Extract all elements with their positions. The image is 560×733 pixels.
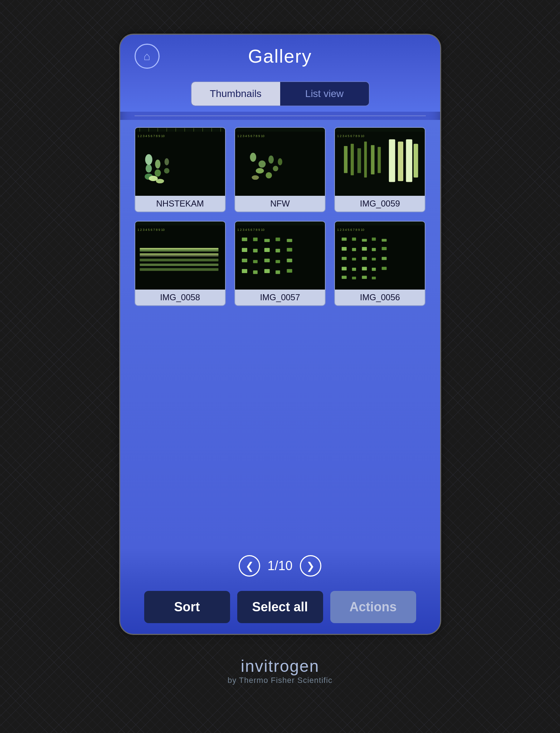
actions-button[interactable]: Actions — [330, 591, 416, 623]
svg-point-14 — [145, 165, 152, 173]
svg-rect-39 — [414, 144, 418, 178]
gallery-item-6[interactable]: 1 2 3 4 5 6 7 8 9 10 — [334, 221, 425, 306]
svg-rect-55 — [140, 253, 218, 255]
svg-rect-40 — [344, 146, 347, 173]
svg-rect-41 — [351, 144, 354, 175]
svg-rect-103 — [352, 277, 356, 280]
view-toggle-area: Thumbnails List view — [120, 74, 440, 112]
svg-rect-90 — [372, 248, 376, 251]
prev-page-button[interactable]: ❮ — [239, 555, 260, 577]
list-view-tab[interactable]: List view — [280, 82, 369, 106]
svg-rect-65 — [253, 249, 258, 252]
svg-rect-69 — [242, 259, 247, 262]
svg-rect-94 — [362, 257, 367, 260]
svg-rect-102 — [342, 276, 347, 279]
svg-rect-79 — [335, 222, 425, 289]
svg-rect-80 — [335, 222, 425, 225]
svg-rect-52 — [140, 264, 218, 266]
item-label-6: IMG_0056 — [335, 290, 425, 305]
svg-point-29 — [266, 172, 272, 179]
prev-icon: ❮ — [245, 560, 254, 572]
gallery-item-1[interactable]: 1 2 3 4 5 6 7 8 9 10 — [135, 127, 226, 212]
svg-rect-56 — [235, 222, 325, 289]
gel-image-2: 1 2 3 4 5 6 7 8 9 10 — [235, 128, 325, 196]
page-title: Gallery — [248, 45, 312, 67]
next-icon: ❯ — [306, 560, 315, 572]
svg-rect-37 — [398, 141, 403, 181]
svg-rect-88 — [352, 248, 356, 251]
svg-rect-82 — [342, 238, 347, 241]
svg-rect-99 — [362, 267, 367, 270]
pagination: ❮ 1/10 ❯ — [120, 548, 440, 584]
svg-rect-59 — [242, 238, 247, 241]
svg-rect-47 — [135, 222, 225, 225]
gallery-item-4[interactable]: 1 2 3 4 5 6 7 8 9 10 IMG_0058 — [135, 221, 226, 306]
svg-rect-86 — [382, 239, 387, 242]
svg-text:1 2 3 4 5 6 7 8 9 10: 1 2 3 4 5 6 7 8 9 10 — [237, 228, 264, 232]
svg-rect-74 — [242, 269, 247, 273]
svg-text:1 2 3 4 5 6 7 8 9 10: 1 2 3 4 5 6 7 8 9 10 — [237, 134, 264, 138]
svg-rect-83 — [352, 238, 356, 241]
svg-point-28 — [256, 168, 264, 174]
svg-point-16 — [155, 160, 160, 169]
item-label-4: IMG_0058 — [135, 290, 225, 305]
actions-bar: Sort Select all Actions — [120, 584, 440, 634]
svg-rect-45 — [378, 147, 381, 173]
svg-point-19 — [164, 168, 169, 174]
gel-svg-4: 1 2 3 4 5 6 7 8 9 10 — [135, 222, 225, 290]
svg-rect-85 — [372, 238, 376, 241]
svg-rect-87 — [342, 247, 347, 251]
item-label-1: NHSTEKAM — [135, 196, 225, 212]
svg-point-31 — [278, 158, 282, 165]
svg-point-30 — [252, 175, 259, 180]
gallery-item-2[interactable]: 1 2 3 4 5 6 7 8 9 10 NFW — [234, 127, 326, 212]
svg-rect-67 — [276, 249, 280, 252]
gel-image-1: 1 2 3 4 5 6 7 8 9 10 — [135, 128, 225, 196]
brand-name: invitrogen — [228, 656, 332, 676]
view-toggle-container: Thumbnails List view — [191, 81, 370, 106]
thumbnails-tab[interactable]: Thumbnails — [191, 82, 280, 106]
home-button[interactable]: ⌂ — [135, 44, 160, 69]
svg-point-18 — [164, 158, 169, 165]
svg-rect-75 — [253, 270, 258, 274]
svg-rect-70 — [253, 260, 258, 263]
svg-rect-43 — [364, 141, 367, 178]
gel-svg-3: 1 2 3 4 5 6 7 8 9 10 — [335, 128, 425, 196]
svg-rect-91 — [382, 247, 387, 250]
svg-point-21 — [156, 179, 164, 184]
home-icon: ⌂ — [143, 50, 150, 63]
gel-svg-5: 1 2 3 4 5 6 7 8 9 10 — [235, 222, 325, 290]
svg-rect-92 — [342, 257, 347, 260]
svg-rect-105 — [372, 277, 376, 280]
svg-point-26 — [258, 160, 266, 168]
svg-rect-76 — [264, 269, 270, 273]
select-all-button[interactable]: Select all — [237, 591, 323, 623]
next-page-button[interactable]: ❯ — [300, 555, 321, 577]
gallery-area: 1 2 3 4 5 6 7 8 9 10 — [120, 120, 440, 548]
sort-button[interactable]: Sort — [144, 591, 230, 623]
svg-rect-57 — [235, 222, 325, 225]
svg-rect-71 — [264, 259, 270, 262]
gel-image-4: 1 2 3 4 5 6 7 8 9 10 — [135, 222, 225, 290]
svg-rect-23 — [235, 128, 325, 132]
svg-rect-96 — [382, 257, 387, 260]
screen: ⌂ Gallery Thumbnails List view — [119, 34, 441, 635]
svg-rect-104 — [362, 276, 367, 279]
svg-rect-60 — [253, 238, 258, 241]
gallery-item-3[interactable]: 1 2 3 4 5 6 7 8 9 10 — [334, 127, 425, 212]
svg-text:1 2 3 4 5 6 7 8 9 10: 1 2 3 4 5 6 7 8 9 10 — [137, 228, 165, 232]
divider — [135, 115, 426, 116]
header: ⌂ Gallery — [120, 35, 440, 74]
svg-rect-34 — [335, 128, 425, 132]
gallery-item-5[interactable]: 1 2 3 4 5 6 7 8 9 10 — [234, 221, 326, 306]
svg-rect-89 — [362, 247, 367, 251]
brand-subtitle: by Thermo Fisher Scientific — [228, 676, 332, 685]
gel-image-6: 1 2 3 4 5 6 7 8 9 10 — [335, 222, 425, 290]
svg-rect-78 — [287, 269, 292, 273]
svg-rect-68 — [287, 248, 292, 252]
svg-point-27 — [268, 155, 274, 164]
svg-rect-44 — [371, 145, 375, 175]
gel-svg-1: 1 2 3 4 5 6 7 8 9 10 — [135, 128, 225, 196]
svg-text:1 2 3 4 5 6 7 8 9 10: 1 2 3 4 5 6 7 8 9 10 — [337, 134, 364, 138]
svg-text:1 2 3 4 5 6 7 8 9 10: 1 2 3 4 5 6 7 8 9 10 — [337, 228, 364, 232]
